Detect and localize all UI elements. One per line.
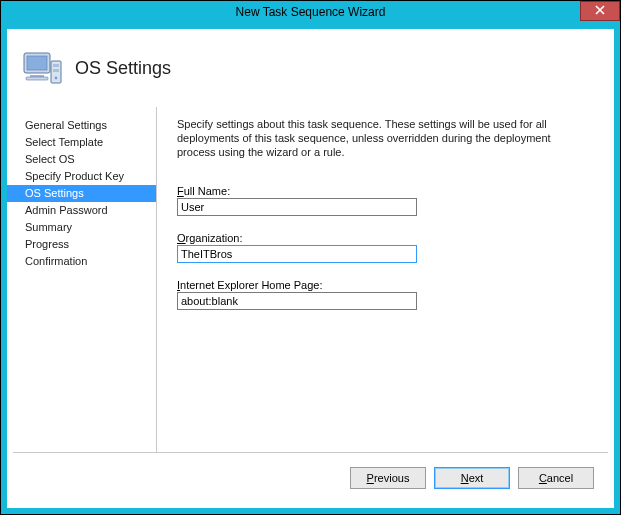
footer: Previous Next Cancel	[13, 452, 608, 502]
cancel-button[interactable]: Cancel	[518, 467, 594, 489]
wizard-frame: OS Settings General Settings Select Temp…	[1, 23, 620, 514]
header-area: OS Settings	[7, 29, 614, 107]
organization-accel: O	[177, 232, 186, 244]
description-text: Specify settings about this task sequenc…	[177, 117, 592, 159]
fullname-input[interactable]	[177, 198, 417, 216]
next-button[interactable]: Next	[434, 467, 510, 489]
svg-rect-2	[30, 75, 44, 77]
organization-label-text: rganization:	[186, 232, 243, 244]
organization-input[interactable]	[177, 245, 417, 263]
wizard-window: New Task Sequence Wizard OS	[0, 0, 621, 515]
svg-point-7	[55, 77, 58, 80]
step-os-settings[interactable]: OS Settings	[7, 185, 156, 202]
svg-rect-1	[27, 56, 47, 70]
wizard-body: General Settings Select Template Select …	[7, 107, 614, 459]
iehome-label-text: nternet Explorer Home Page:	[180, 279, 322, 291]
content-panel: Specify settings about this task sequenc…	[157, 107, 614, 459]
step-admin-password[interactable]: Admin Password	[7, 202, 156, 219]
previous-accel: P	[367, 472, 374, 484]
previous-button[interactable]: Previous	[350, 467, 426, 489]
svg-rect-6	[53, 69, 59, 72]
fullname-label-text: ull Name:	[184, 185, 230, 197]
next-rest: ext	[469, 472, 484, 484]
step-select-os[interactable]: Select OS	[7, 151, 156, 168]
step-select-template[interactable]: Select Template	[7, 134, 156, 151]
next-accel: N	[461, 472, 469, 484]
cancel-rest: ancel	[547, 472, 573, 484]
window-title: New Task Sequence Wizard	[236, 5, 386, 19]
sidebar: General Settings Select Template Select …	[7, 107, 157, 459]
fullname-label: Full Name:	[177, 185, 592, 197]
step-general-settings[interactable]: General Settings	[7, 117, 156, 134]
organization-label: Organization:	[177, 232, 592, 244]
fullname-accel: F	[177, 185, 184, 197]
step-progress[interactable]: Progress	[7, 236, 156, 253]
previous-rest: revious	[374, 472, 409, 484]
step-specify-product-key[interactable]: Specify Product Key	[7, 168, 156, 185]
iehome-input[interactable]	[177, 292, 417, 310]
page-title: OS Settings	[75, 58, 171, 79]
close-button[interactable]	[580, 1, 620, 21]
svg-rect-5	[53, 64, 59, 67]
svg-rect-3	[26, 77, 48, 80]
iehome-label: Internet Explorer Home Page:	[177, 279, 592, 291]
step-summary[interactable]: Summary	[7, 219, 156, 236]
cancel-accel: C	[539, 472, 547, 484]
close-icon	[595, 4, 605, 18]
titlebar: New Task Sequence Wizard	[1, 1, 620, 23]
step-confirmation[interactable]: Confirmation	[7, 253, 156, 270]
computer-icon	[21, 47, 63, 89]
